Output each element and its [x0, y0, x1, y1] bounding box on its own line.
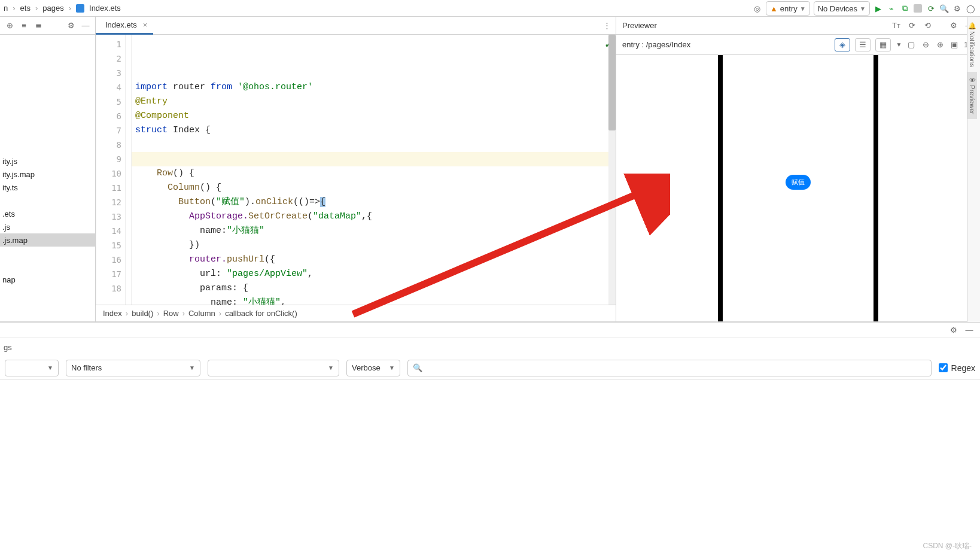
rotate-icon[interactable]: ⟲ — [923, 21, 932, 31]
navigation-breadcrumb: n› ets› pages› Index.ets ◎ ▲ entry ▼ No … — [0, 0, 980, 17]
main-toolbar: ◎ ▲ entry ▼ No Devices ▼ ▶ ⌁ ⧉ ⟳ 🔍 ⚙ ◯ — [753, 0, 975, 17]
previewer-header: Previewer Tт ⟳ ⟲ ⚙ — — [616, 17, 980, 35]
collapse-all-icon[interactable]: ≣ — [34, 21, 43, 31]
notifications-tab[interactable]: 🔔 Notifications — [967, 17, 978, 72]
device-preview[interactable]: 赋值 — [616, 55, 980, 321]
expand-all-icon[interactable]: ≡ — [19, 21, 29, 31]
project-tree: ⊕ ≡ ≣ ⚙ — ity.js ity.js.map ity.ts .ets … — [0, 17, 96, 321]
regex-label: Regex — [951, 363, 975, 373]
fit-icon[interactable]: ▣ — [949, 40, 959, 50]
stop-button[interactable] — [913, 4, 923, 13]
right-tool-rail: 🔔 Notifications 👁 Previewer — [967, 17, 980, 322]
search-icon[interactable]: 🔍 — [939, 4, 949, 13]
account-icon[interactable]: ◯ — [966, 4, 975, 13]
tree-item[interactable]: .js.map — [0, 233, 95, 247]
tree-item[interactable]: nap — [0, 273, 95, 286]
tree-item[interactable]: ity.js.map — [0, 168, 95, 181]
crumb-sep: › — [13, 4, 15, 13]
settings-icon[interactable]: ⚙ — [952, 4, 962, 13]
locate-icon[interactable]: ◎ — [753, 4, 762, 13]
line-gutter: 123 456 789 101112 131415 161718 — [96, 35, 126, 305]
process-combo[interactable]: ▼ — [208, 360, 339, 376]
grid-icon[interactable]: ▦ — [875, 38, 891, 51]
tab-label: Index.ets — [105, 20, 137, 29]
zoom-out-icon[interactable]: ⊖ — [921, 40, 930, 50]
run-icon[interactable]: ▶ — [874, 4, 883, 13]
gear-icon[interactable]: ⚙ — [66, 21, 76, 31]
previewer-entry-row: entry : /pages/Index ◈ ☰ ▦ ▼ ▢ ⊖ ⊕ ▣ 1:1 — [616, 35, 980, 55]
module-selector[interactable]: ▲ entry ▼ — [766, 1, 810, 16]
chevron-down-icon: ▼ — [860, 5, 866, 12]
bc-item[interactable]: Index — [103, 309, 122, 318]
device-selector[interactable]: No Devices ▼ — [814, 1, 870, 16]
coverage-icon[interactable]: ⧉ — [900, 4, 909, 13]
previewer-title: Previewer — [622, 21, 657, 30]
build-icon[interactable]: ⟳ — [926, 4, 936, 13]
entry-path: entry : /pages/Index — [622, 40, 690, 49]
refresh-icon[interactable]: ⟳ — [907, 21, 917, 31]
tree-toolbar: ⊕ ≡ ≣ ⚙ — — [0, 17, 95, 35]
log-search[interactable]: 🔍 — [407, 360, 932, 376]
phone-frame: 赋值 — [718, 55, 878, 321]
gear-icon[interactable]: ⚙ — [949, 21, 958, 31]
crumb-seg[interactable]: ets — [20, 4, 31, 13]
chevron-down-icon: ▼ — [800, 5, 806, 12]
editor-scrollbar[interactable] — [608, 35, 616, 305]
hide-icon[interactable]: — — [964, 326, 974, 335]
tree-item[interactable]: .ets — [0, 207, 95, 220]
chevron-down-icon[interactable]: ▼ — [896, 41, 902, 48]
hide-icon[interactable]: — — [81, 21, 90, 31]
device-combo[interactable]: ▼ — [5, 360, 59, 376]
level-combo[interactable]: Verbose▼ — [346, 360, 400, 376]
bc-item[interactable]: callback for onClick() — [225, 309, 297, 318]
log-header: ⚙ — — [0, 323, 980, 338]
layers-icon[interactable]: ☰ — [855, 38, 871, 51]
log-panel: ⚙ — gs ▼ No filters▼ ▼ Verbose▼ 🔍 Regex — [0, 322, 980, 380]
tt-icon[interactable]: Tт — [891, 21, 901, 31]
crumb-file[interactable]: Index.ets — [89, 4, 121, 13]
device-label: No Devices — [818, 4, 857, 13]
previewer-pane: Previewer Tт ⟳ ⟲ ⚙ — entry : /pages/Inde… — [616, 17, 980, 321]
log-filter-row: ▼ No filters▼ ▼ Verbose▼ 🔍 Regex — [0, 356, 980, 380]
tree-item[interactable]: .js — [0, 220, 95, 233]
debug-icon[interactable]: ⌁ — [887, 4, 896, 13]
ets-file-icon — [76, 4, 84, 13]
inspect-icon[interactable]: ◈ — [835, 38, 850, 51]
tab-close-icon[interactable]: × — [143, 20, 148, 29]
tree-body[interactable]: ity.js ity.js.map ity.ts .ets .js .js.ma… — [0, 35, 95, 286]
code-area[interactable]: 123 456 789 101112 131415 161718 ✔ impor… — [96, 35, 616, 305]
crumb-seg[interactable]: n — [4, 4, 8, 13]
regex-toggle[interactable]: Regex — [939, 363, 975, 373]
editor-pane: Index.ets × ⋮ 123 456 789 101112 131415 … — [96, 17, 616, 321]
crop-icon[interactable]: ▢ — [906, 40, 916, 50]
tree-item[interactable]: ity.js — [0, 154, 95, 168]
module-icon: ▲ — [770, 4, 778, 13]
bc-item[interactable]: Column — [188, 309, 215, 318]
search-icon: 🔍 — [413, 363, 422, 372]
tabs-menu-icon[interactable]: ⋮ — [603, 21, 611, 30]
tree-item[interactable]: ity.ts — [0, 181, 95, 194]
fold-column[interactable] — [126, 35, 132, 305]
watermark: CSDN @-耿瑞- — [923, 541, 972, 551]
previewer-tab[interactable]: 👁 Previewer — [967, 72, 977, 119]
preview-button[interactable]: 赋值 — [786, 175, 811, 190]
crumb-sep: › — [69, 4, 71, 13]
editor-tab[interactable]: Index.ets × — [96, 17, 153, 35]
bc-item[interactable]: Row — [163, 309, 179, 318]
crumb-sep: › — [35, 4, 38, 13]
regex-checkbox[interactable] — [939, 363, 948, 372]
module-label: entry — [780, 4, 798, 13]
main-split: ⊕ ≡ ≣ ⚙ — ity.js ity.js.map ity.ts .ets … — [0, 17, 980, 322]
log-subtab[interactable]: gs — [0, 338, 980, 356]
bc-item[interactable]: build() — [132, 309, 153, 318]
editor-tabs: Index.ets × ⋮ — [96, 17, 616, 35]
structure-breadcrumb: Index› build()› Row› Column› callback fo… — [96, 305, 616, 321]
gear-icon[interactable]: ⚙ — [949, 326, 958, 335]
zoom-in-icon[interactable]: ⊕ — [935, 40, 945, 50]
code-text[interactable]: ✔ import router from '@ohos.router' @Ent… — [132, 35, 616, 305]
select-opened-icon[interactable]: ⊕ — [5, 21, 14, 31]
filter-combo[interactable]: No filters▼ — [66, 360, 200, 376]
crumb-seg[interactable]: pages — [42, 4, 63, 13]
